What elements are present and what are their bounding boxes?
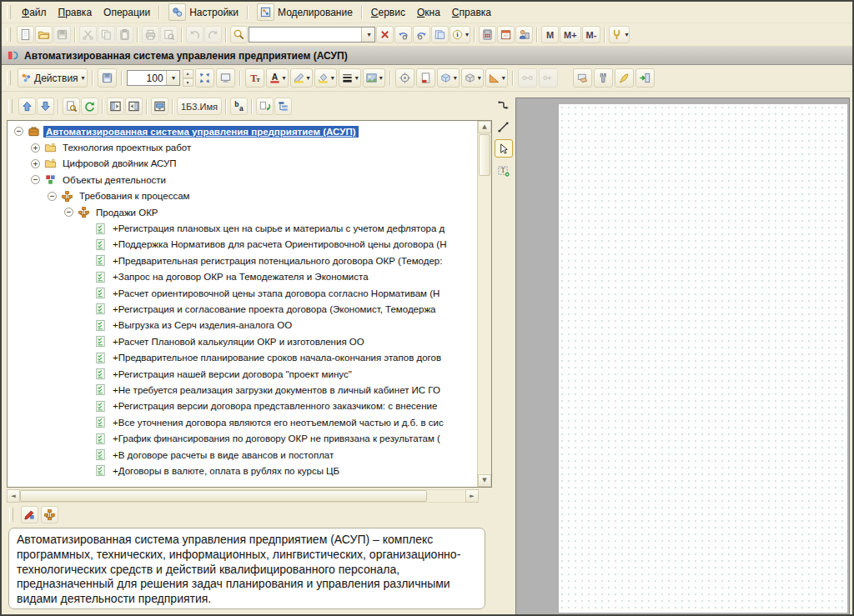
tree-item-label[interactable]: +Расчет Плановой калькуляции ОКР и изгот… — [110, 336, 367, 348]
save-scheme-button[interactable] — [98, 68, 117, 88]
tree-expander-minus-icon[interactable]: − — [14, 127, 23, 136]
tree-row[interactable]: +Регистрация плановых цен на сырье и мат… — [8, 220, 477, 236]
tree-item-label[interactable]: Объекты деятельности — [60, 174, 168, 186]
copy-button[interactable] — [98, 26, 115, 43]
copy-to-clipboard-button[interactable] — [431, 26, 449, 43]
tree-item-label[interactable]: +Запрос на договор ОКР на Темодежателя и… — [110, 271, 371, 283]
connector-line-tool[interactable] — [495, 118, 513, 136]
find-in-tree-button[interactable] — [63, 98, 80, 115]
user-calc-button[interactable] — [515, 26, 533, 43]
diagram-page[interactable] — [559, 104, 847, 613]
tree-row[interactable]: +Регистрация версии договора представлен… — [8, 398, 477, 414]
cut-button[interactable] — [79, 26, 97, 43]
tree-item-label[interactable]: +В договоре расчеты в виде авансов и пос… — [110, 449, 336, 461]
tree-item-label-selected[interactable]: Автоматизированная система управления пр… — [43, 126, 359, 138]
tree-expander-minus-icon[interactable]: − — [64, 208, 73, 217]
calendar-button[interactable] — [497, 26, 515, 43]
tree-row[interactable]: +Предварительное планирование сроков нач… — [8, 349, 477, 365]
memory-m-plus-button[interactable]: М+ — [560, 26, 581, 43]
tree-row[interactable]: −Объекты деятельности — [8, 172, 477, 188]
tree-row[interactable]: −Автоматизированная система управления п… — [8, 123, 477, 139]
scroll-down-button[interactable]: ▼ — [478, 474, 491, 487]
open-button[interactable] — [35, 26, 53, 43]
tools-button[interactable] — [594, 68, 613, 88]
tree-horizontal-scrollbar[interactable]: ◄ ► — [7, 489, 492, 503]
refresh-tree-button[interactable] — [81, 98, 98, 115]
tree-row[interactable]: +Предварительная регистрация потенциальн… — [8, 253, 477, 268]
tree-row[interactable]: +Запрос на договор ОКР на Темодежателя и… — [8, 269, 477, 285]
fill-color-button[interactable]: ▾ — [314, 68, 337, 88]
update-hierarchy-button[interactable] — [256, 98, 274, 115]
tree-item-label[interactable]: +Договоры в валюте, оплата в рублях по к… — [110, 465, 342, 477]
tree-row[interactable]: +Технология проектных работ — [8, 139, 477, 155]
fit-to-window-button[interactable] — [195, 68, 214, 88]
undo-button[interactable] — [186, 26, 203, 43]
tree-row[interactable]: −Продажи ОКР — [8, 204, 477, 220]
connector-curve-tool[interactable] — [495, 96, 513, 114]
tree-structure-button[interactable] — [274, 98, 292, 115]
print-preview-button[interactable] — [160, 26, 178, 43]
find-button[interactable] — [230, 26, 248, 43]
memory-m-minus-button[interactable]: М- — [582, 26, 601, 43]
tree-item-label[interactable]: +Регистрация версии договора представлен… — [110, 400, 440, 412]
sort-alphabet-button[interactable]: ba — [230, 98, 248, 115]
exit-edit-button[interactable] — [635, 68, 655, 88]
align-connect-button[interactable] — [518, 68, 537, 88]
grid-view-button[interactable] — [216, 68, 235, 88]
tree-row[interactable]: +Регистрация и согласование проекта дого… — [8, 301, 477, 317]
diagram-canvas[interactable] — [515, 98, 850, 615]
tree-expander-plus-icon[interactable]: + — [31, 143, 40, 153]
tree-row[interactable]: +Цифровой двойник АСУП — [8, 156, 477, 172]
picture-button[interactable]: ▾ — [363, 68, 385, 88]
tree-item-label[interactable]: +Выгрузка из Серч изделия-аналога ОО — [110, 319, 294, 331]
find-previous-button[interactable] — [394, 26, 412, 43]
horizontal-scroll-track[interactable] — [20, 489, 465, 503]
tree-vertical-scrollbar[interactable]: ▲ ▼ — [477, 121, 491, 487]
search-combobox[interactable]: ▾ — [249, 27, 375, 43]
tree-row[interactable]: +Расчет ориентировочной цены этапа догов… — [8, 285, 477, 301]
tree-row[interactable]: +Все уточнения договора являются его нео… — [8, 414, 477, 430]
tree-row[interactable]: +Выгрузка из Серч изделия-аналога ОО — [8, 318, 477, 333]
business-card-button[interactable] — [573, 68, 592, 88]
ramp-button[interactable]: ▾ — [485, 68, 508, 88]
text-frame-tool[interactable]: T — [495, 161, 513, 179]
spin-down-button[interactable]: ▾ — [183, 78, 193, 88]
memory-m-button[interactable]: М — [541, 26, 559, 43]
font-color-button[interactable]: А▾ — [266, 68, 289, 88]
tree-item-label[interactable]: +Регистрация нашей версии договора "прое… — [110, 368, 354, 380]
screen-view-button[interactable] — [151, 98, 168, 115]
edit-object-button[interactable] — [21, 506, 38, 523]
tree-row[interactable]: −Требования к процессам — [8, 188, 477, 204]
vertical-scroll-track[interactable] — [478, 177, 491, 474]
redo-button[interactable] — [204, 26, 222, 43]
paste-button[interactable] — [116, 26, 133, 43]
find-next-button[interactable] — [413, 26, 430, 43]
block-3d-button[interactable]: ▾ — [437, 68, 460, 88]
tree-expander-plus-icon[interactable]: + — [31, 159, 40, 168]
align-distribute-button[interactable] — [539, 68, 558, 88]
block-flat-button[interactable]: ▾ — [461, 68, 484, 88]
line-color-button[interactable]: ▾ — [290, 68, 313, 88]
tree-item-label[interactable]: +Предварительное планирование сроков нач… — [110, 352, 444, 363]
menu-сервис[interactable]: Сервис — [365, 5, 411, 20]
tree-item-label[interactable]: +Регистрация и согласование проекта дого… — [110, 303, 438, 315]
tree-expander-minus-icon[interactable]: − — [48, 192, 57, 201]
menu-справка[interactable]: Справка — [446, 5, 497, 20]
tree-expander-minus-icon[interactable]: − — [31, 175, 40, 184]
tree-item-label[interactable]: Продажи ОКР — [93, 207, 161, 218]
menu-правка[interactable]: Правка — [53, 5, 98, 20]
search-dropdown-button[interactable]: ▾ — [361, 28, 374, 42]
sign-button[interactable] — [615, 68, 634, 88]
font-button[interactable]: Тт — [245, 68, 264, 88]
tree-item-label[interactable]: Цифровой двойник АСУП — [60, 158, 179, 169]
tree-row[interactable]: +Договоры в валюте, оплата в рублях по к… — [8, 463, 477, 478]
scroll-up-button[interactable]: ▲ — [478, 121, 491, 133]
search-input[interactable] — [249, 28, 361, 41]
new-document-button[interactable] — [17, 26, 34, 43]
save-button[interactable] — [53, 26, 71, 43]
tree-row[interactable]: +Поддержка Нормативов для расчета Ориент… — [8, 237, 477, 253]
clear-search-button[interactable] — [376, 26, 394, 43]
menu-моделирование[interactable]: Моделирование — [251, 2, 359, 23]
process-node-button[interactable] — [41, 506, 58, 523]
tree-row[interactable]: +Регистрация нашей версии договора "прое… — [8, 366, 477, 382]
